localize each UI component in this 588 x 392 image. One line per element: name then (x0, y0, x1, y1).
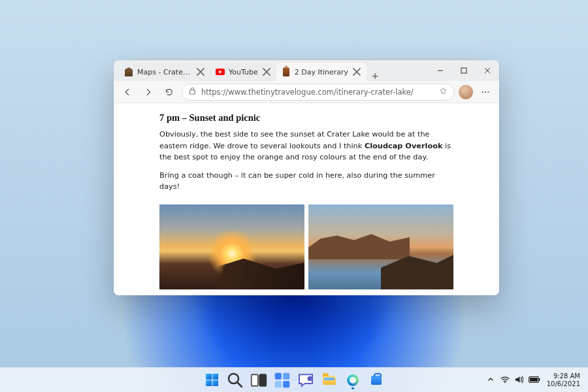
minimize-button[interactable] (429, 60, 452, 81)
clock-date: 10/6/2021 (547, 380, 580, 388)
svg-point-13 (308, 376, 313, 381)
back-button[interactable] (119, 84, 136, 101)
svg-rect-9 (275, 372, 282, 379)
tab-maps-crater-lake[interactable]: Maps - Crater Lake (119, 63, 210, 81)
svg-rect-12 (283, 381, 289, 387)
close-tab-icon[interactable] (196, 67, 205, 76)
close-window-button[interactable] (476, 60, 499, 81)
window-controls (429, 60, 499, 81)
url-text: https://www.thetinytravelogue.com/itiner… (201, 88, 434, 97)
svg-rect-17 (539, 378, 540, 381)
article-heading: 7 pm – Sunset and picnic (159, 112, 453, 123)
browser-window: Maps - Crater Lake YouTube 2 Day Itinera… (114, 60, 499, 295)
more-menu-button[interactable] (477, 84, 494, 101)
battery-icon[interactable] (529, 376, 540, 384)
nps-favicon (124, 67, 133, 76)
widgets-button[interactable] (272, 370, 292, 390)
chat-button[interactable] (296, 370, 316, 390)
taskbar-clock[interactable]: 9:28 AM 10/6/2021 (547, 372, 580, 387)
svg-rect-11 (275, 381, 282, 387)
youtube-favicon (216, 67, 225, 76)
browser-titlebar[interactable]: Maps - Crater Lake YouTube 2 Day Itinera… (114, 60, 499, 81)
taskbar-center (202, 370, 386, 390)
browser-toolbar: https://www.thetinytravelogue.com/itiner… (114, 81, 499, 103)
svg-point-3 (482, 91, 483, 92)
svg-rect-2 (190, 90, 195, 94)
edge-browser-button[interactable] (343, 370, 363, 390)
file-explorer-button[interactable] (319, 370, 339, 390)
sunset-photo-1 (159, 204, 304, 289)
clock-time: 9:28 AM (547, 372, 580, 380)
svg-point-6 (229, 374, 238, 384)
svg-point-14 (504, 382, 506, 383)
article-paragraph-2: Bring a coat though – it can be super co… (159, 170, 453, 193)
wifi-icon[interactable] (500, 376, 510, 385)
forward-button[interactable] (140, 84, 157, 101)
microsoft-store-button[interactable] (367, 370, 386, 390)
hiker-favicon (282, 67, 291, 76)
tab-2-day-itinerary[interactable]: 2 Day Itinerary (276, 63, 367, 81)
svg-rect-8 (259, 374, 266, 386)
svg-rect-7 (252, 374, 258, 386)
sunset-photo-2 (308, 204, 453, 289)
tab-strip: Maps - Crater Lake YouTube 2 Day Itinera… (114, 60, 429, 81)
new-tab-button[interactable]: + (367, 71, 384, 81)
tab-label: 2 Day Itinerary (295, 68, 348, 76)
lock-icon (189, 87, 196, 97)
svg-rect-16 (530, 378, 538, 382)
svg-point-4 (485, 91, 486, 92)
volume-icon[interactable] (515, 376, 523, 385)
article-photo-row (159, 204, 453, 289)
system-tray[interactable]: 9:28 AM 10/6/2021 (487, 372, 580, 387)
task-view-button[interactable] (249, 370, 269, 390)
page-content[interactable]: 7 pm – Sunset and picnic Obviously, the … (114, 103, 499, 295)
tab-label: Maps - Crater Lake (137, 68, 192, 76)
tab-youtube[interactable]: YouTube (210, 63, 276, 81)
search-button[interactable] (225, 370, 245, 390)
refresh-button[interactable] (161, 84, 178, 101)
maximize-button[interactable] (452, 60, 476, 81)
tab-label: YouTube (229, 68, 258, 76)
close-tab-icon[interactable] (262, 67, 271, 76)
favorite-star-icon[interactable] (439, 87, 448, 97)
profile-avatar[interactable] (459, 85, 473, 99)
svg-point-5 (487, 91, 489, 92)
svg-rect-10 (283, 372, 289, 379)
svg-rect-1 (461, 68, 466, 73)
taskbar: 9:28 AM 10/6/2021 (0, 367, 588, 392)
article-paragraph-1: Obviously, the best side to see the suns… (159, 129, 453, 163)
tray-overflow-icon[interactable] (487, 376, 494, 384)
address-bar[interactable]: https://www.thetinytravelogue.com/itiner… (182, 84, 455, 101)
close-tab-icon[interactable] (352, 67, 361, 76)
start-button[interactable] (202, 370, 221, 390)
